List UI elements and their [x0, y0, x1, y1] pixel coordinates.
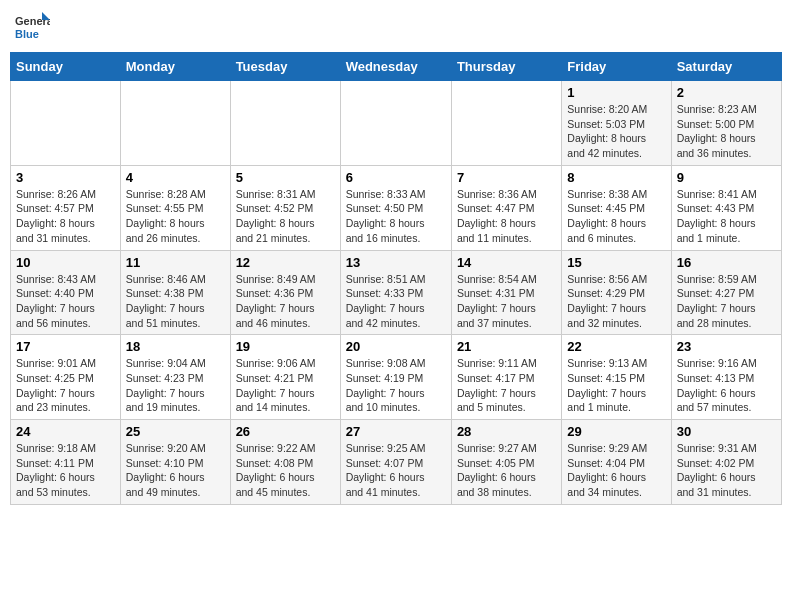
day-info: Sunrise: 9:25 AM Sunset: 4:07 PM Dayligh… [346, 441, 446, 500]
calendar-day: 6Sunrise: 8:33 AM Sunset: 4:50 PM Daylig… [340, 165, 451, 250]
day-info: Sunrise: 8:54 AM Sunset: 4:31 PM Dayligh… [457, 272, 556, 331]
calendar-day: 30Sunrise: 9:31 AM Sunset: 4:02 PM Dayli… [671, 420, 781, 505]
day-info: Sunrise: 9:16 AM Sunset: 4:13 PM Dayligh… [677, 356, 776, 415]
day-info: Sunrise: 9:06 AM Sunset: 4:21 PM Dayligh… [236, 356, 335, 415]
calendar-day: 17Sunrise: 9:01 AM Sunset: 4:25 PM Dayli… [11, 335, 121, 420]
calendar-day: 24Sunrise: 9:18 AM Sunset: 4:11 PM Dayli… [11, 420, 121, 505]
day-info: Sunrise: 9:29 AM Sunset: 4:04 PM Dayligh… [567, 441, 665, 500]
day-number: 19 [236, 339, 335, 354]
day-number: 20 [346, 339, 446, 354]
calendar-table: SundayMondayTuesdayWednesdayThursdayFrid… [10, 52, 782, 505]
calendar-day [120, 81, 230, 166]
calendar-day: 8Sunrise: 8:38 AM Sunset: 4:45 PM Daylig… [562, 165, 671, 250]
calendar-day [340, 81, 451, 166]
weekday-header: Wednesday [340, 53, 451, 81]
day-info: Sunrise: 9:08 AM Sunset: 4:19 PM Dayligh… [346, 356, 446, 415]
day-info: Sunrise: 8:41 AM Sunset: 4:43 PM Dayligh… [677, 187, 776, 246]
day-number: 18 [126, 339, 225, 354]
day-number: 4 [126, 170, 225, 185]
calendar-day [230, 81, 340, 166]
day-info: Sunrise: 9:11 AM Sunset: 4:17 PM Dayligh… [457, 356, 556, 415]
calendar-day: 16Sunrise: 8:59 AM Sunset: 4:27 PM Dayli… [671, 250, 781, 335]
calendar-day: 23Sunrise: 9:16 AM Sunset: 4:13 PM Dayli… [671, 335, 781, 420]
day-info: Sunrise: 8:51 AM Sunset: 4:33 PM Dayligh… [346, 272, 446, 331]
calendar-day: 1Sunrise: 8:20 AM Sunset: 5:03 PM Daylig… [562, 81, 671, 166]
day-number: 14 [457, 255, 556, 270]
calendar-day: 9Sunrise: 8:41 AM Sunset: 4:43 PM Daylig… [671, 165, 781, 250]
day-number: 1 [567, 85, 665, 100]
day-number: 26 [236, 424, 335, 439]
day-number: 11 [126, 255, 225, 270]
calendar-day: 15Sunrise: 8:56 AM Sunset: 4:29 PM Dayli… [562, 250, 671, 335]
day-info: Sunrise: 8:56 AM Sunset: 4:29 PM Dayligh… [567, 272, 665, 331]
day-info: Sunrise: 9:18 AM Sunset: 4:11 PM Dayligh… [16, 441, 115, 500]
calendar-week: 1Sunrise: 8:20 AM Sunset: 5:03 PM Daylig… [11, 81, 782, 166]
day-number: 17 [16, 339, 115, 354]
day-info: Sunrise: 8:43 AM Sunset: 4:40 PM Dayligh… [16, 272, 115, 331]
day-number: 2 [677, 85, 776, 100]
calendar-week: 24Sunrise: 9:18 AM Sunset: 4:11 PM Dayli… [11, 420, 782, 505]
logo-svg: General Blue [14, 10, 50, 46]
day-number: 3 [16, 170, 115, 185]
day-number: 29 [567, 424, 665, 439]
day-number: 24 [16, 424, 115, 439]
day-info: Sunrise: 9:31 AM Sunset: 4:02 PM Dayligh… [677, 441, 776, 500]
day-number: 15 [567, 255, 665, 270]
svg-text:Blue: Blue [15, 28, 39, 40]
weekday-header: Monday [120, 53, 230, 81]
calendar-day [451, 81, 561, 166]
day-number: 5 [236, 170, 335, 185]
day-number: 28 [457, 424, 556, 439]
day-number: 13 [346, 255, 446, 270]
day-info: Sunrise: 9:22 AM Sunset: 4:08 PM Dayligh… [236, 441, 335, 500]
calendar-day: 20Sunrise: 9:08 AM Sunset: 4:19 PM Dayli… [340, 335, 451, 420]
day-number: 22 [567, 339, 665, 354]
calendar-day: 13Sunrise: 8:51 AM Sunset: 4:33 PM Dayli… [340, 250, 451, 335]
weekday-header: Saturday [671, 53, 781, 81]
calendar-week: 10Sunrise: 8:43 AM Sunset: 4:40 PM Dayli… [11, 250, 782, 335]
calendar-day: 18Sunrise: 9:04 AM Sunset: 4:23 PM Dayli… [120, 335, 230, 420]
calendar-day: 10Sunrise: 8:43 AM Sunset: 4:40 PM Dayli… [11, 250, 121, 335]
day-number: 30 [677, 424, 776, 439]
day-number: 12 [236, 255, 335, 270]
day-number: 6 [346, 170, 446, 185]
day-info: Sunrise: 8:38 AM Sunset: 4:45 PM Dayligh… [567, 187, 665, 246]
day-info: Sunrise: 9:01 AM Sunset: 4:25 PM Dayligh… [16, 356, 115, 415]
day-info: Sunrise: 8:28 AM Sunset: 4:55 PM Dayligh… [126, 187, 225, 246]
day-info: Sunrise: 8:26 AM Sunset: 4:57 PM Dayligh… [16, 187, 115, 246]
day-number: 21 [457, 339, 556, 354]
calendar-week: 3Sunrise: 8:26 AM Sunset: 4:57 PM Daylig… [11, 165, 782, 250]
calendar-day: 28Sunrise: 9:27 AM Sunset: 4:05 PM Dayli… [451, 420, 561, 505]
weekday-header: Tuesday [230, 53, 340, 81]
weekday-header: Sunday [11, 53, 121, 81]
day-number: 9 [677, 170, 776, 185]
day-number: 16 [677, 255, 776, 270]
day-info: Sunrise: 9:04 AM Sunset: 4:23 PM Dayligh… [126, 356, 225, 415]
calendar-day: 3Sunrise: 8:26 AM Sunset: 4:57 PM Daylig… [11, 165, 121, 250]
day-info: Sunrise: 8:36 AM Sunset: 4:47 PM Dayligh… [457, 187, 556, 246]
day-info: Sunrise: 9:20 AM Sunset: 4:10 PM Dayligh… [126, 441, 225, 500]
day-info: Sunrise: 8:31 AM Sunset: 4:52 PM Dayligh… [236, 187, 335, 246]
calendar-day: 4Sunrise: 8:28 AM Sunset: 4:55 PM Daylig… [120, 165, 230, 250]
calendar-day: 27Sunrise: 9:25 AM Sunset: 4:07 PM Dayli… [340, 420, 451, 505]
calendar-day: 2Sunrise: 8:23 AM Sunset: 5:00 PM Daylig… [671, 81, 781, 166]
calendar-day: 26Sunrise: 9:22 AM Sunset: 4:08 PM Dayli… [230, 420, 340, 505]
calendar-day: 22Sunrise: 9:13 AM Sunset: 4:15 PM Dayli… [562, 335, 671, 420]
calendar-day: 12Sunrise: 8:49 AM Sunset: 4:36 PM Dayli… [230, 250, 340, 335]
day-info: Sunrise: 8:33 AM Sunset: 4:50 PM Dayligh… [346, 187, 446, 246]
day-number: 23 [677, 339, 776, 354]
page-header: General Blue [10, 10, 782, 46]
calendar-day: 29Sunrise: 9:29 AM Sunset: 4:04 PM Dayli… [562, 420, 671, 505]
day-number: 7 [457, 170, 556, 185]
logo: General Blue [14, 10, 50, 46]
day-info: Sunrise: 8:23 AM Sunset: 5:00 PM Dayligh… [677, 102, 776, 161]
day-info: Sunrise: 8:46 AM Sunset: 4:38 PM Dayligh… [126, 272, 225, 331]
calendar-day: 7Sunrise: 8:36 AM Sunset: 4:47 PM Daylig… [451, 165, 561, 250]
calendar-week: 17Sunrise: 9:01 AM Sunset: 4:25 PM Dayli… [11, 335, 782, 420]
day-number: 10 [16, 255, 115, 270]
calendar-day: 14Sunrise: 8:54 AM Sunset: 4:31 PM Dayli… [451, 250, 561, 335]
day-number: 25 [126, 424, 225, 439]
day-info: Sunrise: 8:59 AM Sunset: 4:27 PM Dayligh… [677, 272, 776, 331]
day-info: Sunrise: 8:49 AM Sunset: 4:36 PM Dayligh… [236, 272, 335, 331]
weekday-header: Friday [562, 53, 671, 81]
